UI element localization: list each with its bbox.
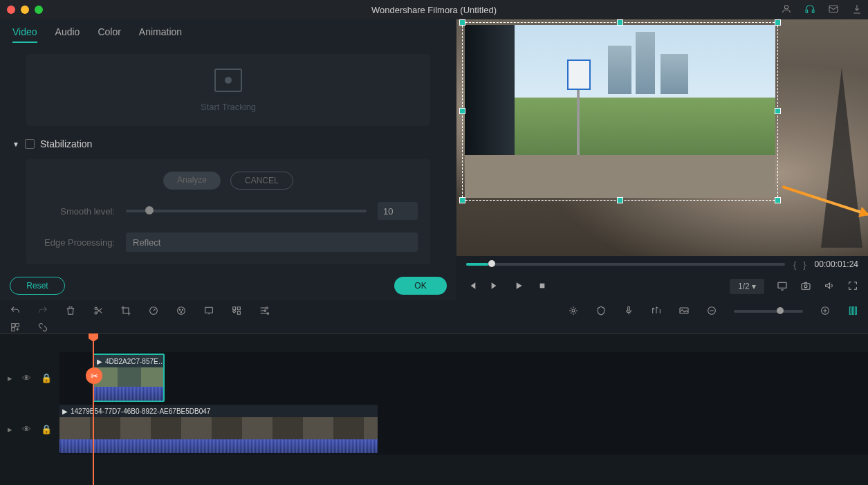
edge-processing-label: Edge Processing: — [39, 237, 115, 248]
svg-rect-6 — [802, 283, 810, 289]
reset-button[interactable]: Reset — [10, 277, 65, 295]
minimize-window-icon[interactable] — [21, 6, 29, 14]
edge-processing-select[interactable]: Reflect — [126, 232, 418, 252]
thumbnail-icon[interactable] — [678, 305, 690, 318]
preview-progress-slider[interactable] — [466, 263, 785, 266]
track-visibility-icon[interactable]: 👁 — [22, 373, 31, 383]
preview-controls: 1/2 ▾ — [456, 273, 868, 300]
prev-frame-icon[interactable] — [466, 280, 477, 293]
mark-in-icon[interactable]: { — [793, 259, 796, 270]
svg-rect-15 — [205, 307, 213, 313]
redo-icon[interactable] — [37, 305, 48, 318]
mail-icon[interactable] — [828, 3, 839, 17]
stabilization-section-header[interactable]: ▼ Stabilization — [12, 136, 444, 152]
volume-icon[interactable] — [824, 280, 835, 293]
tab-animation[interactable]: Animation — [139, 26, 182, 43]
clip-1-label: 4DB2A2C7-857E… — [105, 358, 163, 365]
snapshot-icon[interactable] — [800, 280, 811, 293]
track-row: ▸ 👁 🔒 ▶4DB2A2C7-857E… ✂ — [0, 352, 868, 403]
stabilization-checkbox[interactable] — [25, 139, 35, 149]
preview-timecode: 00:00:01:24 — [815, 259, 858, 269]
preview-scrub-row: {} 00:00:01:24 — [456, 256, 868, 273]
account-icon[interactable] — [781, 3, 792, 17]
svg-rect-2 — [812, 10, 814, 12]
svg-point-17 — [264, 309, 266, 311]
start-tracking-label: Start Tracking — [201, 102, 256, 112]
tab-audio[interactable]: Audio — [55, 26, 80, 43]
play-icon[interactable] — [513, 280, 524, 293]
app-title: Wondershare Filmora (Untitled) — [371, 5, 497, 15]
audio-mixer-icon[interactable] — [651, 305, 662, 318]
timeline-zoom-slider[interactable] — [734, 310, 803, 313]
track-lock-icon[interactable]: 🔒 — [41, 373, 52, 383]
download-icon[interactable] — [851, 3, 862, 17]
svg-point-13 — [182, 309, 183, 310]
timeline-options-icon[interactable] — [847, 305, 858, 318]
svg-rect-20 — [628, 306, 630, 311]
undo-icon[interactable] — [10, 305, 21, 318]
track-visibility-icon[interactable]: 👁 — [22, 424, 31, 434]
smooth-level-slider[interactable] — [126, 210, 367, 212]
clip-1[interactable]: ▶4DB2A2C7-857E… — [93, 354, 165, 402]
stop-icon[interactable] — [537, 280, 548, 293]
svg-point-7 — [804, 284, 807, 287]
display-icon[interactable] — [777, 280, 788, 293]
svg-point-16 — [266, 306, 268, 309]
split-indicator-icon[interactable]: ✂ — [86, 367, 102, 384]
svg-rect-27 — [12, 323, 15, 327]
speed-icon[interactable] — [148, 305, 159, 318]
smooth-level-value[interactable]: 10 — [378, 202, 418, 220]
zoom-in-icon[interactable] — [820, 305, 831, 318]
track-video-toggle-icon[interactable]: ▸ — [8, 373, 12, 383]
tab-color[interactable]: Color — [98, 26, 120, 43]
tab-video[interactable]: Video — [12, 26, 37, 43]
maximize-window-icon[interactable] — [35, 6, 43, 14]
svg-point-12 — [179, 309, 180, 310]
stabilization-title: Stabilization — [40, 138, 93, 149]
selection-rectangle[interactable] — [462, 22, 778, 201]
svg-rect-1 — [806, 10, 808, 12]
next-frame-icon[interactable] — [490, 280, 501, 293]
svg-rect-5 — [778, 282, 786, 288]
svg-point-19 — [572, 309, 575, 312]
delete-icon[interactable] — [65, 305, 76, 318]
svg-point-0 — [784, 5, 788, 8]
properties-tabs: Video Audio Color Animation — [0, 19, 456, 47]
link-toggle-icon[interactable] — [37, 322, 48, 335]
zoom-out-icon[interactable] — [706, 305, 717, 318]
track-row: ▸ 👁 🔒 ▶14279B54-77D7-46B0-8922-AE67BE5DB… — [0, 403, 868, 455]
crop-icon[interactable] — [120, 305, 131, 318]
record-voice-icon[interactable] — [623, 305, 634, 318]
green-screen-icon[interactable] — [203, 305, 214, 318]
render-icon[interactable] — [568, 305, 579, 318]
cancel-button[interactable]: CANCEL — [230, 172, 293, 190]
headset-icon[interactable] — [804, 3, 815, 17]
playhead[interactable] — [93, 333, 94, 485]
marker-icon[interactable] — [595, 305, 607, 318]
svg-rect-29 — [12, 327, 15, 331]
preview-zoom-select[interactable]: 1/2 ▾ — [730, 279, 764, 294]
track-lock-icon[interactable]: 🔒 — [41, 424, 52, 434]
tracking-target-icon — [214, 68, 242, 92]
motion-tracking-box[interactable]: Start Tracking — [26, 54, 430, 126]
settings-icon[interactable] — [259, 305, 270, 318]
track-video-toggle-icon[interactable]: ▸ — [8, 424, 12, 434]
svg-rect-28 — [16, 323, 19, 327]
analyze-button[interactable]: Analyze — [163, 172, 221, 190]
timeline-tracks: ▸ 👁 🔒 ▶4DB2A2C7-857E… ✂ ▸ 👁 🔒 ▶14279B54-… — [0, 334, 868, 472]
preview-viewport[interactable] — [456, 19, 868, 256]
fullscreen-icon[interactable] — [847, 280, 858, 293]
svg-rect-3 — [829, 6, 838, 12]
ok-button[interactable]: OK — [394, 277, 447, 295]
clip-2-label: 14279B54-77D7-46B0-8922-AE67BE5DB047 — [71, 408, 210, 415]
split-icon[interactable] — [93, 305, 104, 318]
keyframe-icon[interactable] — [231, 305, 242, 318]
close-window-icon[interactable] — [7, 6, 15, 14]
smooth-level-label: Smooth level: — [39, 206, 115, 217]
mark-out-icon[interactable]: } — [803, 259, 806, 270]
add-track-icon[interactable] — [10, 322, 21, 335]
color-icon[interactable] — [176, 305, 187, 318]
clip-2[interactable]: ▶14279B54-77D7-46B0-8922-AE67BE5DB047 — [59, 405, 378, 453]
svg-rect-4 — [540, 283, 545, 288]
svg-point-18 — [267, 312, 269, 314]
